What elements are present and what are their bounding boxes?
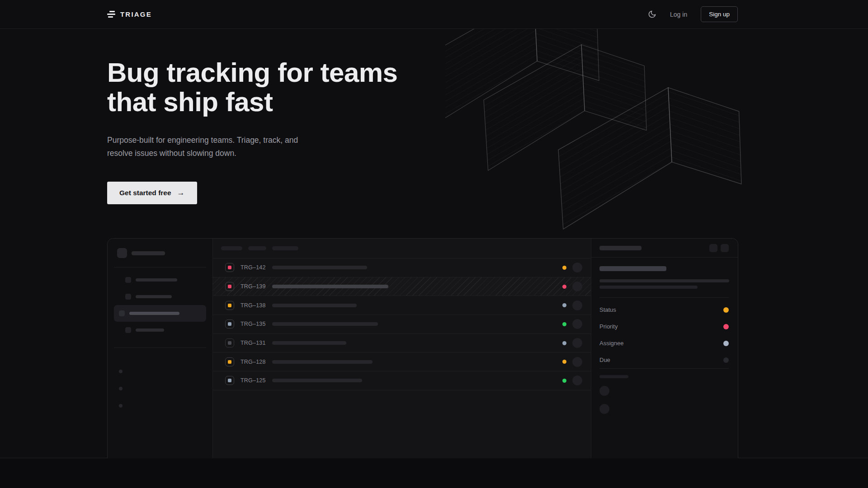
nav-item-icon-skeleton (125, 277, 131, 283)
sidebar-dot-skeleton (119, 387, 123, 390)
issue-assignee-avatar (572, 357, 582, 367)
issue-type-icon (225, 376, 234, 385)
issue-id: TRG–125 (241, 377, 267, 384)
issue-id: TRG–138 (241, 302, 267, 309)
brand-logo[interactable]: TRIAGE (107, 10, 152, 18)
issue-type-icon (225, 338, 234, 347)
issue-title-skeleton (272, 379, 362, 382)
brand-name: TRIAGE (120, 10, 152, 18)
sidebar-nav-item-active (114, 305, 206, 322)
issue-status-dot (562, 360, 566, 364)
issue-status-dot (562, 341, 566, 345)
nav-item-label-skeleton (136, 328, 164, 332)
panel-divider (599, 297, 729, 298)
moon-icon (648, 10, 656, 19)
issue-status-dot (562, 303, 566, 307)
issue-status-dot (562, 379, 566, 383)
issue-description-skeleton (599, 279, 729, 282)
issue-status-dot (562, 285, 566, 289)
issue-type-icon (225, 357, 234, 366)
login-link[interactable]: Log in (670, 11, 687, 18)
hero-title: Bug tracking for teams that ship fast (107, 58, 397, 117)
issue-assignee-avatar (572, 282, 582, 291)
nav-item-label-skeleton (136, 278, 177, 282)
assignee-value-dot (723, 341, 729, 346)
issue-assignee-avatar (572, 375, 582, 385)
issue-row: TRG–125 (213, 371, 591, 390)
hero-subtitle: Purpose-built for engineering teams. Tri… (107, 134, 397, 160)
mockup-issue-list: TRG–142 TRG–139 TRG–138 (213, 239, 591, 458)
hero-section: Bug tracking for teams that ship fast Pu… (107, 58, 397, 204)
issue-title-skeleton (272, 304, 357, 307)
sidebar-nav (108, 272, 212, 338)
filter-pill-skeleton (248, 246, 266, 250)
issue-title-skeleton (272, 285, 388, 288)
issue-id: TRG–128 (241, 359, 267, 365)
app-mockup-card: TRG–142 TRG–139 TRG–138 (107, 238, 738, 458)
field-label: Assignee (599, 340, 623, 347)
issue-row: TRG–128 (213, 352, 591, 371)
comment-avatar-skeleton (599, 404, 609, 414)
hero-title-line2: that ship fast (107, 87, 273, 117)
issue-type-icon (225, 282, 234, 291)
detail-panel-header (591, 239, 738, 258)
nav-item-label-skeleton (129, 312, 179, 315)
sidebar-divider (114, 267, 206, 267)
issue-title-skeleton (272, 341, 346, 345)
comment-avatar-skeleton (599, 386, 609, 396)
field-label: Due (599, 357, 610, 363)
panel-action-button-skeleton (721, 244, 729, 252)
issue-assignee-avatar (572, 338, 582, 348)
filter-pill-skeleton (272, 246, 298, 250)
wireframe-slabs-decoration (445, 19, 825, 233)
issue-title-skeleton (272, 322, 378, 326)
get-started-button[interactable]: Get started free → (107, 182, 197, 204)
mockup-detail-panel: Status Priority Assignee Due (591, 239, 738, 458)
issue-title-skeleton (272, 266, 367, 269)
issue-type-icon (225, 301, 234, 310)
issue-type-icon (225, 263, 234, 272)
issue-id: TRG–139 (241, 283, 267, 290)
field-row-priority: Priority (599, 318, 729, 335)
issue-row-selected: TRG–139 (213, 277, 591, 296)
issue-title-skeleton (272, 360, 373, 364)
issue-fields: Status Priority Assignee Due (599, 301, 729, 368)
issue-assignee-avatar (572, 319, 582, 329)
triage-logo-icon (107, 11, 115, 18)
issue-title-skeleton (599, 266, 666, 271)
sidebar-divider (114, 347, 206, 348)
comments-label-skeleton (599, 375, 628, 378)
arrow-right-icon: → (177, 188, 185, 197)
issue-id: TRG–135 (241, 321, 267, 327)
product-showcase-section: TRG–142 TRG–139 TRG–138 (0, 238, 868, 458)
hero-title-line1: Bug tracking for teams (107, 57, 397, 88)
signup-button[interactable]: Sign up (701, 6, 738, 22)
field-row-due: Due (599, 352, 729, 368)
issue-assignee-avatar (572, 300, 582, 310)
theme-toggle-button[interactable] (648, 10, 656, 19)
sidebar-nav-item (114, 288, 206, 305)
top-nav: TRIAGE Log in Sign up (0, 0, 868, 29)
issue-list-header (213, 239, 591, 258)
filter-pill-skeleton (221, 246, 242, 250)
mockup-sidebar (108, 239, 213, 458)
sidebar-nav-item (114, 272, 206, 288)
panel-action-button-skeleton (709, 244, 717, 252)
issue-type-icon (225, 319, 234, 328)
footer-strip (0, 459, 868, 488)
field-row-status: Status (599, 301, 729, 318)
sidebar-dot-skeleton (119, 370, 123, 373)
issue-status-dot (562, 322, 566, 326)
panel-divider (599, 368, 729, 369)
issue-row: TRG–138 (213, 296, 591, 315)
field-label: Priority (599, 323, 618, 330)
issue-id: TRG–142 (241, 264, 267, 271)
sidebar-dot-skeleton (119, 404, 123, 408)
due-value-dot (723, 357, 729, 363)
issue-row: TRG–131 (213, 334, 591, 353)
nav-item-icon-skeleton (119, 310, 125, 316)
issue-assignee-avatar (572, 263, 582, 272)
nav-actions: Log in Sign up (648, 6, 738, 22)
issue-row: TRG–142 (213, 258, 591, 277)
issue-description-skeleton (599, 286, 698, 289)
